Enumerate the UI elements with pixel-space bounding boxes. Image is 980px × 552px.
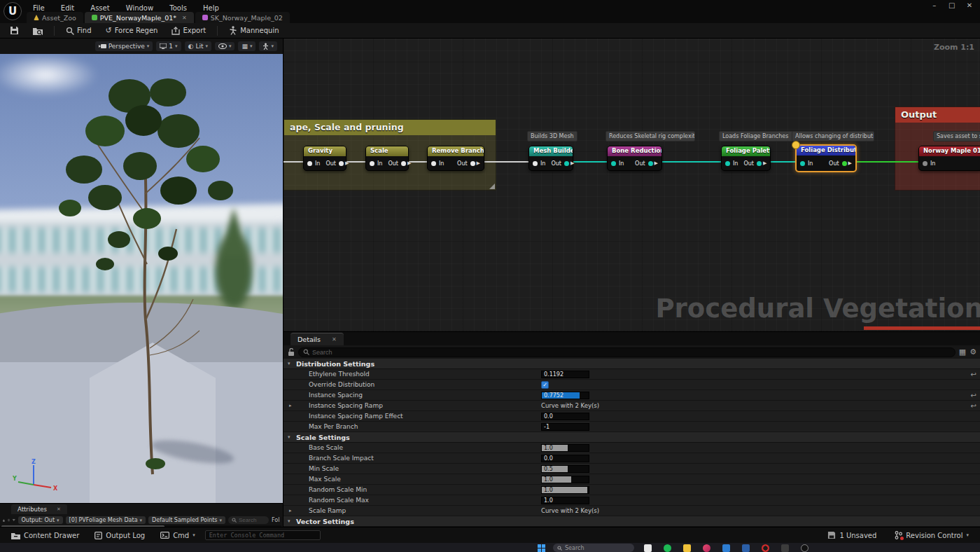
menu-file[interactable]: File <box>27 3 51 13</box>
output-pin[interactable] <box>564 161 569 166</box>
expand-arrow-icon[interactable]: ▸ <box>289 508 292 513</box>
node-note[interactable]: Builds 3D Mesh <box>527 131 578 142</box>
node-note[interactable]: Saves asset to specified <box>933 131 980 142</box>
unsaved-button[interactable]: 1 Unsaved <box>822 530 882 541</box>
tab-close-icon[interactable]: ✕ <box>332 336 337 343</box>
maximize-button[interactable]: □ <box>944 0 960 9</box>
browse-to-asset-button[interactable] <box>27 25 48 37</box>
show-flags-dropdown[interactable]: ▾ <box>215 42 235 50</box>
close-button[interactable]: ✕ <box>962 0 977 9</box>
filter-icon[interactable] <box>13 517 15 523</box>
output-dropdown[interactable]: Output: Out▾ <box>18 516 63 524</box>
input-pin[interactable] <box>431 161 436 166</box>
curve-value[interactable]: Curve with 2 Key(s) <box>541 507 599 514</box>
taskbar-folder-icon[interactable] <box>683 544 691 552</box>
sampled-points-dropdown[interactable]: Default Sampled Points▾ <box>148 516 225 524</box>
taskbar-blue-app-icon[interactable] <box>722 544 730 552</box>
taskbar-search[interactable]: Search <box>553 544 634 552</box>
force-regen-button[interactable]: ↺ Force Regen <box>100 24 164 37</box>
tab-close-icon[interactable]: ✕ <box>182 15 187 21</box>
input-pin[interactable] <box>725 161 730 166</box>
node-note[interactable]: Reduces Skeletal rig complexity <box>606 131 695 142</box>
output-pin[interactable] <box>401 161 406 166</box>
tab-asset-zoo[interactable]: Asset_Zoo <box>27 12 83 23</box>
viewport-options-dropdown[interactable]: ▦ ▾ <box>238 41 255 51</box>
reset-to-default-icon[interactable]: ↩ <box>971 402 976 410</box>
node-norway-maple-01[interactable]: Norway Maple 01 In <box>918 146 980 171</box>
3d-viewport[interactable]: Perspective ▾ 1 ▾ ◐ Lit ▾ ▾ ▦ ▾ <box>0 39 283 503</box>
menu-window[interactable]: Window <box>120 3 160 13</box>
collapse-arrow-icon[interactable]: ▾ <box>288 518 290 524</box>
node-note[interactable]: Loads Foliage Branches <box>719 131 796 142</box>
slider-field[interactable]: 1.0 <box>541 444 589 452</box>
node-gravity[interactable]: Gravity InOut▶ <box>303 146 346 171</box>
input-pin[interactable] <box>800 161 805 166</box>
taskbar-opera-icon[interactable] <box>762 544 769 552</box>
input-pin[interactable] <box>533 161 538 166</box>
slider-field[interactable]: 1.0 <box>541 476 589 483</box>
cmd-dropdown[interactable]: Cmd ▾ <box>155 530 201 541</box>
expand-arrow-icon[interactable]: ▸ <box>289 403 292 408</box>
export-button[interactable]: Export <box>166 25 211 37</box>
output-pin[interactable] <box>648 161 653 166</box>
category-vector-settings[interactable]: ▾Vector Settings <box>284 516 980 527</box>
console-command-input[interactable] <box>205 530 321 540</box>
menu-edit[interactable]: Edit <box>55 3 80 13</box>
revision-control-dropdown[interactable]: Revision Control ▾ <box>889 530 974 541</box>
tab-details[interactable]: Details ✕ <box>290 333 344 345</box>
perspective-dropdown[interactable]: Perspective ▾ <box>95 41 153 51</box>
attributes-search-box[interactable] <box>228 516 269 524</box>
category-scale-settings[interactable]: ▾Scale Settings <box>284 432 980 443</box>
mesh-data-dropdown[interactable]: [0] PVFoliage Mesh Data▾ <box>66 516 146 524</box>
preview-character-dropdown[interactable]: ▾ <box>259 41 277 51</box>
tab-pve-norwaymaple[interactable]: PVE_NorwayMaple_01* ✕ <box>85 12 194 23</box>
node-foliage-distributor[interactable]: Foliage Distributor InOut▶ <box>795 144 857 172</box>
reset-to-default-icon[interactable]: ↩ <box>971 371 976 378</box>
start-button[interactable] <box>538 544 545 552</box>
taskbar-spotify-icon[interactable] <box>664 544 671 552</box>
comment-resize-handle[interactable] <box>489 184 495 189</box>
number-field[interactable]: 1.0 <box>541 497 589 504</box>
slider-field[interactable]: 0.5 <box>541 465 589 473</box>
output-pin[interactable] <box>842 161 847 166</box>
node-note[interactable]: Allows changing of distribution <box>792 131 874 142</box>
menu-help[interactable]: Help <box>197 3 225 13</box>
checkbox-checked[interactable]: ✓ <box>541 381 549 389</box>
category-distribution-settings[interactable]: ▾Distribution Settings <box>284 359 980 369</box>
minimize-button[interactable]: – <box>927 0 942 9</box>
slider-field[interactable]: 0.7752 <box>541 392 589 399</box>
screen-percentage-dropdown[interactable]: 1 ▾ <box>156 41 181 51</box>
collapse-arrow-icon[interactable]: ▾ <box>288 434 290 440</box>
settings-gear-icon[interactable]: ⚙ <box>969 347 976 357</box>
attributes-search-input[interactable] <box>239 517 265 523</box>
tab-sk-norway-maple[interactable]: SK_Norway_Maple_02 <box>195 12 290 23</box>
node-foliage-palette[interactable]: Foliage Palette InOut▶ <box>721 146 771 171</box>
taskbar-pink-app-icon[interactable] <box>703 544 710 552</box>
taskbar-unreal-icon[interactable] <box>801 544 808 552</box>
number-field[interactable]: 0.0 <box>541 455 589 462</box>
reset-to-default-icon[interactable]: ↩ <box>971 392 976 399</box>
node-graph-panel[interactable]: Zoom 1:1 Procedural Vegetation ape, Scal… <box>283 39 980 331</box>
taskbar-document-icon[interactable] <box>644 544 652 552</box>
input-pin[interactable] <box>307 161 312 166</box>
menu-asset[interactable]: Asset <box>84 3 115 13</box>
display-options-icon[interactable]: ▦ <box>959 347 966 357</box>
output-log-button[interactable]: Output Log <box>89 530 150 541</box>
lock-open-icon[interactable] <box>288 348 295 357</box>
details-search-box[interactable] <box>298 347 955 357</box>
input-pin[interactable] <box>370 161 374 166</box>
pin-icon[interactable] <box>8 517 10 523</box>
tab-attributes[interactable]: Attributes ✕ <box>11 504 67 514</box>
node-remove-branches[interactable]: Remove Branches InOut▶ <box>427 146 484 171</box>
slider-field[interactable]: 1.0 <box>541 486 589 494</box>
tab-close-icon[interactable]: ✕ <box>57 506 61 512</box>
details-search-input[interactable] <box>312 349 951 356</box>
node-scale[interactable]: Scale InOut▶ <box>365 146 409 171</box>
content-drawer-button[interactable]: Content Drawer <box>6 530 85 541</box>
output-pin[interactable] <box>757 161 762 166</box>
number-field[interactable]: -1 <box>541 423 589 431</box>
lock-icon[interactable] <box>3 517 5 524</box>
number-field[interactable]: 0.0 <box>541 413 589 420</box>
node-mesh-builder[interactable]: Mesh Builder InOut▶ <box>528 146 573 171</box>
taskbar-gray-app-icon[interactable] <box>781 544 789 552</box>
